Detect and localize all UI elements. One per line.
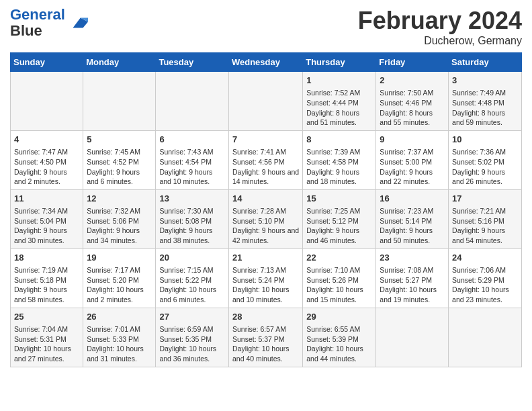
calendar-cell: 25Sunrise: 7:04 AM Sunset: 5:31 PM Dayli…: [11, 308, 83, 367]
calendar-cell: 22Sunrise: 7:10 AM Sunset: 5:26 PM Dayli…: [303, 248, 376, 308]
logo-text: GeneralBlue: [10, 7, 65, 39]
day-info: Sunrise: 7:45 AM Sunset: 4:52 PM Dayligh…: [87, 147, 152, 187]
logo: GeneralBlue: [10, 7, 88, 39]
day-number: 22: [306, 252, 372, 264]
day-info: Sunrise: 6:55 AM Sunset: 5:39 PM Dayligh…: [306, 324, 372, 364]
calendar-week-row: 1Sunrise: 7:52 AM Sunset: 4:44 PM Daylig…: [11, 72, 522, 131]
calendar-cell: 27Sunrise: 6:59 AM Sunset: 5:35 PM Dayli…: [156, 308, 229, 367]
day-number: 2: [380, 75, 445, 87]
day-number: 29: [306, 311, 372, 323]
day-number: 20: [159, 252, 225, 264]
day-number: 14: [232, 193, 299, 205]
day-info: Sunrise: 7:13 AM Sunset: 5:24 PM Dayligh…: [232, 265, 299, 305]
day-number: 13: [159, 193, 225, 205]
day-number: 1: [306, 75, 372, 87]
col-wednesday: Wednesday: [228, 53, 302, 72]
day-number: 10: [452, 134, 518, 146]
day-number: 25: [14, 311, 79, 323]
title-block: February 2024 Ducherow, Germany: [358, 7, 522, 47]
day-info: Sunrise: 7:23 AM Sunset: 5:14 PM Dayligh…: [380, 206, 445, 246]
day-info: Sunrise: 7:15 AM Sunset: 5:22 PM Dayligh…: [159, 265, 225, 305]
calendar-cell: 18Sunrise: 7:19 AM Sunset: 5:18 PM Dayli…: [11, 248, 83, 308]
calendar-cell: 12Sunrise: 7:32 AM Sunset: 5:06 PM Dayli…: [83, 189, 156, 248]
calendar-cell: 5Sunrise: 7:45 AM Sunset: 4:52 PM Daylig…: [83, 130, 156, 189]
day-number: 27: [159, 311, 225, 323]
col-monday: Monday: [83, 53, 156, 72]
day-info: Sunrise: 7:39 AM Sunset: 4:58 PM Dayligh…: [306, 147, 372, 187]
day-info: Sunrise: 7:01 AM Sunset: 5:33 PM Dayligh…: [87, 324, 152, 364]
calendar-week-row: 11Sunrise: 7:34 AM Sunset: 5:04 PM Dayli…: [11, 189, 522, 248]
day-number: 16: [380, 193, 445, 205]
calendar-cell: 29Sunrise: 6:55 AM Sunset: 5:39 PM Dayli…: [303, 308, 376, 367]
calendar-week-row: 4Sunrise: 7:47 AM Sunset: 4:50 PM Daylig…: [11, 130, 522, 189]
day-number: 7: [232, 134, 299, 146]
day-info: Sunrise: 7:47 AM Sunset: 4:50 PM Dayligh…: [14, 147, 79, 187]
calendar-cell: 17Sunrise: 7:21 AM Sunset: 5:16 PM Dayli…: [449, 189, 522, 248]
day-info: Sunrise: 7:06 AM Sunset: 5:29 PM Dayligh…: [452, 265, 518, 305]
day-info: Sunrise: 7:10 AM Sunset: 5:26 PM Dayligh…: [306, 265, 372, 305]
day-number: 23: [380, 252, 445, 264]
page-header: GeneralBlue February 2024 Ducherow, Germ…: [10, 7, 522, 47]
calendar-cell: 3Sunrise: 7:49 AM Sunset: 4:48 PM Daylig…: [449, 72, 522, 131]
calendar-cell: 15Sunrise: 7:25 AM Sunset: 5:12 PM Dayli…: [303, 189, 376, 248]
col-saturday: Saturday: [449, 53, 522, 72]
calendar-cell: 6Sunrise: 7:43 AM Sunset: 4:54 PM Daylig…: [156, 130, 229, 189]
day-info: Sunrise: 7:37 AM Sunset: 5:00 PM Dayligh…: [380, 147, 445, 187]
day-info: Sunrise: 7:17 AM Sunset: 5:20 PM Dayligh…: [87, 265, 152, 305]
day-info: Sunrise: 7:19 AM Sunset: 5:18 PM Dayligh…: [14, 265, 79, 305]
day-info: Sunrise: 7:50 AM Sunset: 4:46 PM Dayligh…: [380, 88, 445, 128]
day-number: 9: [380, 134, 445, 146]
day-number: 3: [452, 75, 518, 87]
day-number: 11: [14, 193, 79, 205]
calendar-cell: 9Sunrise: 7:37 AM Sunset: 5:00 PM Daylig…: [376, 130, 449, 189]
day-info: Sunrise: 7:21 AM Sunset: 5:16 PM Dayligh…: [452, 206, 518, 246]
calendar-cell: 21Sunrise: 7:13 AM Sunset: 5:24 PM Dayli…: [228, 248, 302, 308]
day-number: 28: [232, 311, 299, 323]
calendar-cell: 26Sunrise: 7:01 AM Sunset: 5:33 PM Dayli…: [83, 308, 156, 367]
col-friday: Friday: [376, 53, 449, 72]
day-info: Sunrise: 7:41 AM Sunset: 4:56 PM Dayligh…: [232, 147, 299, 187]
day-info: Sunrise: 7:28 AM Sunset: 5:10 PM Dayligh…: [232, 206, 299, 246]
calendar-title: February 2024: [358, 7, 522, 35]
calendar-cell: 16Sunrise: 7:23 AM Sunset: 5:14 PM Dayli…: [376, 189, 449, 248]
day-number: 26: [87, 311, 152, 323]
calendar-cell: 19Sunrise: 7:17 AM Sunset: 5:20 PM Dayli…: [83, 248, 156, 308]
day-info: Sunrise: 7:49 AM Sunset: 4:48 PM Dayligh…: [452, 88, 518, 128]
day-number: 24: [452, 252, 518, 264]
col-thursday: Thursday: [303, 53, 376, 72]
day-info: Sunrise: 7:08 AM Sunset: 5:27 PM Dayligh…: [380, 265, 445, 305]
day-info: Sunrise: 7:43 AM Sunset: 4:54 PM Dayligh…: [159, 147, 225, 187]
day-info: Sunrise: 7:30 AM Sunset: 5:08 PM Dayligh…: [159, 206, 225, 246]
calendar-cell: 1Sunrise: 7:52 AM Sunset: 4:44 PM Daylig…: [303, 72, 376, 131]
day-number: 21: [232, 252, 299, 264]
calendar-week-row: 18Sunrise: 7:19 AM Sunset: 5:18 PM Dayli…: [11, 248, 522, 308]
day-number: 17: [452, 193, 518, 205]
calendar-cell: 8Sunrise: 7:39 AM Sunset: 4:58 PM Daylig…: [303, 130, 376, 189]
col-sunday: Sunday: [11, 53, 83, 72]
calendar-cell: [156, 72, 229, 131]
day-number: 18: [14, 252, 79, 264]
header-row: Sunday Monday Tuesday Wednesday Thursday…: [11, 53, 522, 72]
day-number: 8: [306, 134, 372, 146]
calendar-cell: 13Sunrise: 7:30 AM Sunset: 5:08 PM Dayli…: [156, 189, 229, 248]
calendar-cell: [83, 72, 156, 131]
day-number: 12: [87, 193, 152, 205]
calendar-cell: 10Sunrise: 7:36 AM Sunset: 5:02 PM Dayli…: [449, 130, 522, 189]
calendar-cell: 2Sunrise: 7:50 AM Sunset: 4:46 PM Daylig…: [376, 72, 449, 131]
calendar-subtitle: Ducherow, Germany: [358, 35, 522, 47]
day-info: Sunrise: 6:57 AM Sunset: 5:37 PM Dayligh…: [232, 324, 299, 364]
calendar-cell: 7Sunrise: 7:41 AM Sunset: 4:56 PM Daylig…: [228, 130, 302, 189]
calendar-cell: 20Sunrise: 7:15 AM Sunset: 5:22 PM Dayli…: [156, 248, 229, 308]
day-number: 6: [159, 134, 225, 146]
day-info: Sunrise: 7:36 AM Sunset: 5:02 PM Dayligh…: [452, 147, 518, 187]
calendar-cell: [376, 308, 449, 367]
calendar-cell: 14Sunrise: 7:28 AM Sunset: 5:10 PM Dayli…: [228, 189, 302, 248]
day-info: Sunrise: 7:52 AM Sunset: 4:44 PM Dayligh…: [306, 88, 372, 128]
calendar-table: Sunday Monday Tuesday Wednesday Thursday…: [10, 52, 522, 367]
day-number: 19: [87, 252, 152, 264]
calendar-cell: [449, 308, 522, 367]
day-info: Sunrise: 7:34 AM Sunset: 5:04 PM Dayligh…: [14, 206, 79, 246]
calendar-cell: 24Sunrise: 7:06 AM Sunset: 5:29 PM Dayli…: [449, 248, 522, 308]
day-number: 4: [14, 134, 79, 146]
day-info: Sunrise: 7:04 AM Sunset: 5:31 PM Dayligh…: [14, 324, 79, 364]
